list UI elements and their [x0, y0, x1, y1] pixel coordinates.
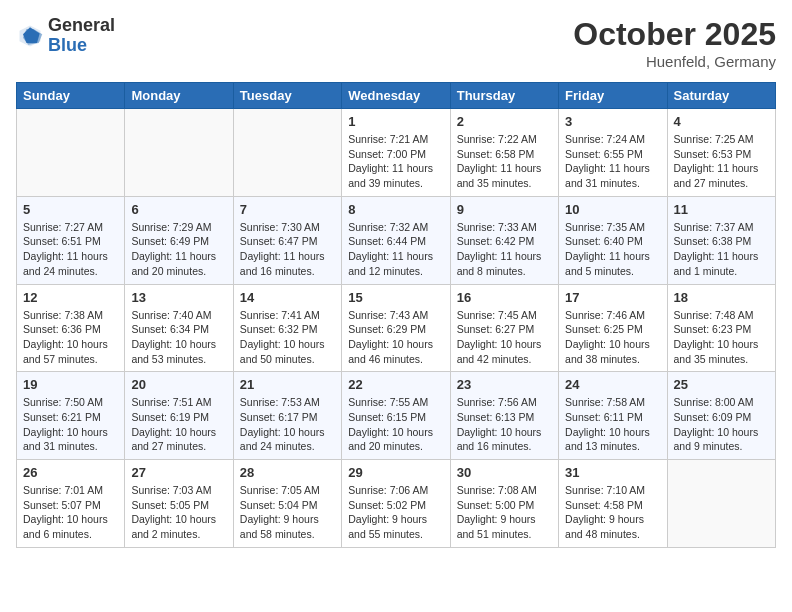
calendar-week-row: 12Sunrise: 7:38 AM Sunset: 6:36 PM Dayli…	[17, 284, 776, 372]
day-number: 23	[457, 377, 552, 392]
day-number: 9	[457, 202, 552, 217]
calendar-cell: 14Sunrise: 7:41 AM Sunset: 6:32 PM Dayli…	[233, 284, 341, 372]
calendar-cell	[233, 109, 341, 197]
day-info: Sunrise: 7:41 AM Sunset: 6:32 PM Dayligh…	[240, 308, 335, 367]
calendar-cell: 18Sunrise: 7:48 AM Sunset: 6:23 PM Dayli…	[667, 284, 775, 372]
calendar-week-row: 19Sunrise: 7:50 AM Sunset: 6:21 PM Dayli…	[17, 372, 776, 460]
day-info: Sunrise: 7:53 AM Sunset: 6:17 PM Dayligh…	[240, 395, 335, 454]
calendar-cell: 19Sunrise: 7:50 AM Sunset: 6:21 PM Dayli…	[17, 372, 125, 460]
location: Huenfeld, Germany	[573, 53, 776, 70]
calendar-cell: 9Sunrise: 7:33 AM Sunset: 6:42 PM Daylig…	[450, 196, 558, 284]
day-info: Sunrise: 7:51 AM Sunset: 6:19 PM Dayligh…	[131, 395, 226, 454]
day-number: 30	[457, 465, 552, 480]
calendar-cell: 7Sunrise: 7:30 AM Sunset: 6:47 PM Daylig…	[233, 196, 341, 284]
weekday-header-monday: Monday	[125, 83, 233, 109]
day-info: Sunrise: 7:29 AM Sunset: 6:49 PM Dayligh…	[131, 220, 226, 279]
day-number: 29	[348, 465, 443, 480]
day-info: Sunrise: 7:55 AM Sunset: 6:15 PM Dayligh…	[348, 395, 443, 454]
day-info: Sunrise: 7:48 AM Sunset: 6:23 PM Dayligh…	[674, 308, 769, 367]
day-number: 7	[240, 202, 335, 217]
day-info: Sunrise: 7:46 AM Sunset: 6:25 PM Dayligh…	[565, 308, 660, 367]
day-number: 12	[23, 290, 118, 305]
page-header: General Blue October 2025 Huenfeld, Germ…	[16, 16, 776, 70]
day-info: Sunrise: 7:10 AM Sunset: 4:58 PM Dayligh…	[565, 483, 660, 542]
calendar-cell: 23Sunrise: 7:56 AM Sunset: 6:13 PM Dayli…	[450, 372, 558, 460]
day-number: 27	[131, 465, 226, 480]
day-info: Sunrise: 7:06 AM Sunset: 5:02 PM Dayligh…	[348, 483, 443, 542]
day-info: Sunrise: 7:37 AM Sunset: 6:38 PM Dayligh…	[674, 220, 769, 279]
day-number: 10	[565, 202, 660, 217]
logo: General Blue	[16, 16, 115, 56]
day-info: Sunrise: 7:27 AM Sunset: 6:51 PM Dayligh…	[23, 220, 118, 279]
calendar-cell: 8Sunrise: 7:32 AM Sunset: 6:44 PM Daylig…	[342, 196, 450, 284]
day-number: 26	[23, 465, 118, 480]
day-info: Sunrise: 7:32 AM Sunset: 6:44 PM Dayligh…	[348, 220, 443, 279]
calendar-week-row: 5Sunrise: 7:27 AM Sunset: 6:51 PM Daylig…	[17, 196, 776, 284]
calendar-cell: 6Sunrise: 7:29 AM Sunset: 6:49 PM Daylig…	[125, 196, 233, 284]
day-info: Sunrise: 7:38 AM Sunset: 6:36 PM Dayligh…	[23, 308, 118, 367]
day-info: Sunrise: 7:45 AM Sunset: 6:27 PM Dayligh…	[457, 308, 552, 367]
day-number: 21	[240, 377, 335, 392]
day-number: 3	[565, 114, 660, 129]
weekday-header-friday: Friday	[559, 83, 667, 109]
day-number: 19	[23, 377, 118, 392]
day-number: 4	[674, 114, 769, 129]
day-info: Sunrise: 7:50 AM Sunset: 6:21 PM Dayligh…	[23, 395, 118, 454]
day-info: Sunrise: 7:56 AM Sunset: 6:13 PM Dayligh…	[457, 395, 552, 454]
calendar-cell: 22Sunrise: 7:55 AM Sunset: 6:15 PM Dayli…	[342, 372, 450, 460]
calendar-week-row: 1Sunrise: 7:21 AM Sunset: 7:00 PM Daylig…	[17, 109, 776, 197]
day-number: 25	[674, 377, 769, 392]
day-number: 8	[348, 202, 443, 217]
calendar-cell: 13Sunrise: 7:40 AM Sunset: 6:34 PM Dayli…	[125, 284, 233, 372]
day-number: 5	[23, 202, 118, 217]
day-info: Sunrise: 7:08 AM Sunset: 5:00 PM Dayligh…	[457, 483, 552, 542]
day-number: 1	[348, 114, 443, 129]
day-number: 2	[457, 114, 552, 129]
weekday-header-row: SundayMondayTuesdayWednesdayThursdayFrid…	[17, 83, 776, 109]
calendar-cell: 29Sunrise: 7:06 AM Sunset: 5:02 PM Dayli…	[342, 460, 450, 548]
calendar-cell: 10Sunrise: 7:35 AM Sunset: 6:40 PM Dayli…	[559, 196, 667, 284]
day-number: 13	[131, 290, 226, 305]
calendar-cell: 11Sunrise: 7:37 AM Sunset: 6:38 PM Dayli…	[667, 196, 775, 284]
day-number: 24	[565, 377, 660, 392]
day-number: 17	[565, 290, 660, 305]
calendar-cell: 12Sunrise: 7:38 AM Sunset: 6:36 PM Dayli…	[17, 284, 125, 372]
day-number: 18	[674, 290, 769, 305]
calendar-cell: 21Sunrise: 7:53 AM Sunset: 6:17 PM Dayli…	[233, 372, 341, 460]
calendar-cell	[125, 109, 233, 197]
weekday-header-wednesday: Wednesday	[342, 83, 450, 109]
calendar-cell: 24Sunrise: 7:58 AM Sunset: 6:11 PM Dayli…	[559, 372, 667, 460]
calendar-cell: 30Sunrise: 7:08 AM Sunset: 5:00 PM Dayli…	[450, 460, 558, 548]
calendar-cell: 31Sunrise: 7:10 AM Sunset: 4:58 PM Dayli…	[559, 460, 667, 548]
day-number: 31	[565, 465, 660, 480]
calendar-cell: 26Sunrise: 7:01 AM Sunset: 5:07 PM Dayli…	[17, 460, 125, 548]
day-info: Sunrise: 7:24 AM Sunset: 6:55 PM Dayligh…	[565, 132, 660, 191]
calendar-cell: 5Sunrise: 7:27 AM Sunset: 6:51 PM Daylig…	[17, 196, 125, 284]
day-number: 14	[240, 290, 335, 305]
day-info: Sunrise: 7:25 AM Sunset: 6:53 PM Dayligh…	[674, 132, 769, 191]
logo-general-text: General	[48, 16, 115, 36]
weekday-header-tuesday: Tuesday	[233, 83, 341, 109]
day-number: 22	[348, 377, 443, 392]
calendar-cell: 15Sunrise: 7:43 AM Sunset: 6:29 PM Dayli…	[342, 284, 450, 372]
title-section: October 2025 Huenfeld, Germany	[573, 16, 776, 70]
calendar-cell: 25Sunrise: 8:00 AM Sunset: 6:09 PM Dayli…	[667, 372, 775, 460]
day-number: 16	[457, 290, 552, 305]
calendar-cell: 3Sunrise: 7:24 AM Sunset: 6:55 PM Daylig…	[559, 109, 667, 197]
day-number: 28	[240, 465, 335, 480]
calendar-cell	[667, 460, 775, 548]
day-info: Sunrise: 7:58 AM Sunset: 6:11 PM Dayligh…	[565, 395, 660, 454]
day-info: Sunrise: 7:01 AM Sunset: 5:07 PM Dayligh…	[23, 483, 118, 542]
day-info: Sunrise: 8:00 AM Sunset: 6:09 PM Dayligh…	[674, 395, 769, 454]
day-info: Sunrise: 7:30 AM Sunset: 6:47 PM Dayligh…	[240, 220, 335, 279]
calendar-cell: 16Sunrise: 7:45 AM Sunset: 6:27 PM Dayli…	[450, 284, 558, 372]
day-info: Sunrise: 7:35 AM Sunset: 6:40 PM Dayligh…	[565, 220, 660, 279]
calendar-cell	[17, 109, 125, 197]
calendar-cell: 27Sunrise: 7:03 AM Sunset: 5:05 PM Dayli…	[125, 460, 233, 548]
calendar-cell: 4Sunrise: 7:25 AM Sunset: 6:53 PM Daylig…	[667, 109, 775, 197]
weekday-header-sunday: Sunday	[17, 83, 125, 109]
day-info: Sunrise: 7:33 AM Sunset: 6:42 PM Dayligh…	[457, 220, 552, 279]
calendar-cell: 2Sunrise: 7:22 AM Sunset: 6:58 PM Daylig…	[450, 109, 558, 197]
day-number: 15	[348, 290, 443, 305]
day-number: 11	[674, 202, 769, 217]
